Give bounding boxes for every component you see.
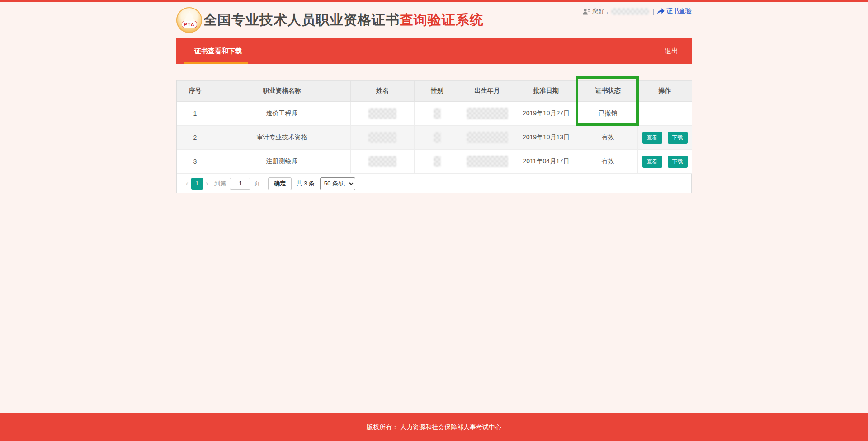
pta-logo-icon: PTA [176,7,202,33]
copyright-text: 版权所有： 人力资源和社会保障部人事考试中心 [367,423,501,432]
redacted-birth [467,156,508,167]
certificate-status: 有效 [578,150,638,174]
column-header: 出生年月 [460,81,514,102]
goto-page-input[interactable] [230,178,250,190]
pagination-bar: ‹ 1 › 到第 页 确定 共 3 条 50 条/页 [177,174,691,193]
redacted-name-cell [351,126,415,150]
view-button[interactable]: 查看 [642,132,662,144]
column-header: 性别 [415,81,460,102]
goto-page-suffix: 页 [254,180,260,188]
table-header-row: 序号职业资格名称姓名性别出生年月批准日期证书状态操作 [177,81,692,102]
main-content: 序号职业资格名称姓名性别出生年月批准日期证书状态操作 1造价工程师2019年10… [176,80,692,193]
verify-link-label: 证书查验 [666,7,692,15]
page-title: 全国专业技术人员职业资格证书查询验证系统 [203,11,484,29]
redacted-name [368,156,396,167]
redacted-name [368,132,396,143]
redacted-birth-cell [460,150,514,174]
logo-rays [184,11,195,22]
goto-page-prefix: 到第 [214,180,226,188]
download-button[interactable]: 下载 [668,132,688,144]
actions-cell [638,102,692,126]
redacted-birth [467,132,508,143]
total-count-label: 共 3 条 [296,180,314,188]
greeting-text: 您好， [593,7,610,15]
chevron-right-icon[interactable]: › [203,179,211,188]
row-index: 2 [177,126,213,150]
redacted-name-cell [351,102,415,126]
page-footer: 版权所有： 人力资源和社会保障部人事考试中心 [0,413,868,441]
redacted-username [611,8,649,15]
view-button[interactable]: 查看 [642,156,662,168]
row-index: 1 [177,102,213,126]
confirm-button[interactable]: 确定 [268,177,292,190]
certificate-verify-link[interactable]: 证书查验 [657,7,692,15]
table-row: 1造价工程师2019年10月27日已撤销 [177,102,692,126]
redacted-name [368,108,396,119]
approval-date: 2019年10月13日 [514,126,578,150]
redacted-birth-cell [460,126,514,150]
user-icon [583,8,590,15]
column-header: 职业资格名称 [213,81,351,102]
tab-view-download[interactable]: 证书查看和下载 [194,47,242,56]
table-row: 3注册测绘师2011年04月17日有效查看下载 [177,150,692,174]
certificate-table: 序号职业资格名称姓名性别出生年月批准日期证书状态操作 1造价工程师2019年10… [177,80,692,174]
page-size-select[interactable]: 50 条/页 [320,177,355,190]
qualification-name: 造价工程师 [213,102,351,126]
active-tab-underline [184,62,248,64]
qualification-name: 注册测绘师 [213,150,351,174]
column-header: 证书状态 [578,81,638,102]
chevron-left-icon[interactable]: ‹ [183,179,191,188]
table-row: 2审计专业技术资格2019年10月13日有效查看下载 [177,126,692,150]
redacted-gender-cell [415,126,460,150]
logo-text: PTA [181,21,197,28]
user-area: 您好， | 证书查验 [583,7,692,15]
brand: PTA 全国专业技术人员职业资格证书查询验证系统 [176,7,484,33]
column-header: 序号 [177,81,213,102]
redacted-birth-cell [460,102,514,126]
row-index: 3 [177,150,213,174]
redacted-gender-cell [415,102,460,126]
certificate-status: 已撤销 [578,102,638,126]
nav-bar: 证书查看和下载 退出 [176,38,692,64]
column-header: 操作 [638,81,692,102]
redacted-birth [467,108,508,119]
page-title-main: 全国专业技术人员职业资格证书 [203,12,400,27]
table-body: 1造价工程师2019年10月27日已撤销2审计专业技术资格2019年10月13日… [177,102,692,174]
redacted-gender [434,132,441,143]
page-header: PTA 全国专业技术人员职业资格证书查询验证系统 您好， | 证书查验 [176,2,692,38]
actions-cell: 查看下载 [638,126,692,150]
page-title-accent: 查询验证系统 [400,12,484,27]
column-header: 姓名 [351,81,415,102]
redacted-gender-cell [415,150,460,174]
link-arrow-icon [657,8,665,14]
approval-date: 2011年04月17日 [514,150,578,174]
certificate-status: 有效 [578,126,638,150]
current-page-button[interactable]: 1 [191,178,203,190]
separator: | [653,8,654,15]
approval-date: 2019年10月27日 [514,102,578,126]
certificate-table-container: 序号职业资格名称姓名性别出生年月批准日期证书状态操作 1造价工程师2019年10… [176,80,692,193]
logout-button[interactable]: 退出 [665,47,678,56]
redacted-gender [434,108,441,119]
column-header: 批准日期 [514,81,578,102]
qualification-name: 审计专业技术资格 [213,126,351,150]
redacted-gender [434,156,441,167]
redacted-name-cell [351,150,415,174]
download-button[interactable]: 下载 [668,156,688,168]
actions-cell: 查看下载 [638,150,692,174]
